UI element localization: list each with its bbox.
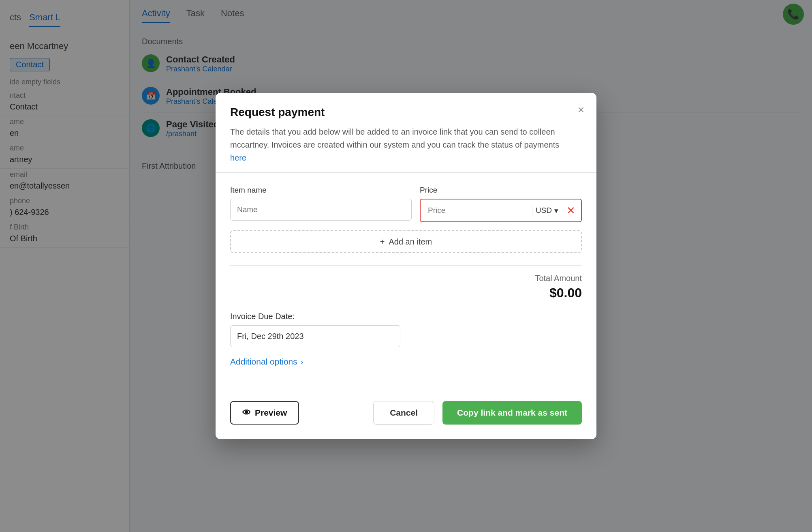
modal-header: Request payment The details that you add… xyxy=(216,93,596,173)
copy-link-button[interactable]: Copy link and mark as sent xyxy=(442,401,582,425)
additional-options-link[interactable]: Additional options › xyxy=(230,357,582,367)
price-label: Price xyxy=(420,186,582,195)
due-date-input[interactable] xyxy=(230,325,400,347)
total-section: Total Amount $0.00 xyxy=(230,265,582,312)
modal-desc-text: The details that you add below will be a… xyxy=(230,127,559,149)
price-input-group: USD ▾ xyxy=(425,202,562,219)
total-amount-value: $0.00 xyxy=(549,285,582,300)
close-button[interactable]: × xyxy=(578,104,584,116)
eye-icon: 👁 xyxy=(242,408,251,418)
modal-title: Request payment xyxy=(230,106,582,119)
currency-selector[interactable]: USD ▾ xyxy=(532,206,562,215)
due-date-section: Invoice Due Date: xyxy=(230,312,582,347)
here-link[interactable]: here xyxy=(230,153,246,162)
price-input[interactable] xyxy=(425,206,532,215)
cancel-button[interactable]: Cancel xyxy=(373,401,434,425)
additional-options-label: Additional options xyxy=(230,357,297,367)
due-date-label: Invoice Due Date: xyxy=(230,312,582,321)
add-item-icon: + xyxy=(380,237,385,247)
item-row: Item name Price USD ▾ ✕ xyxy=(230,186,582,222)
modal-body: Item name Price USD ▾ ✕ xyxy=(216,173,596,391)
chevron-right-icon: › xyxy=(301,357,303,367)
modal-overlay: Request payment The details that you add… xyxy=(0,0,812,532)
currency-label: USD xyxy=(536,206,552,215)
total-amount-label: Total Amount xyxy=(535,274,582,283)
item-name-input[interactable] xyxy=(230,199,412,221)
add-item-label: Add an item xyxy=(389,237,432,247)
modal-footer: 👁 Preview Cancel Copy link and mark as s… xyxy=(216,391,596,439)
price-column: Price USD ▾ ✕ xyxy=(420,186,582,222)
currency-chevron-icon: ▾ xyxy=(554,206,558,215)
item-name-column: Item name xyxy=(230,186,412,221)
price-wrapper: USD ▾ ✕ xyxy=(420,199,582,222)
preview-label: Preview xyxy=(255,408,287,418)
preview-button[interactable]: 👁 Preview xyxy=(230,401,299,425)
add-item-button[interactable]: + Add an item xyxy=(230,230,582,253)
delete-price-button[interactable]: ✕ xyxy=(565,204,577,217)
modal-description: The details that you add below will be a… xyxy=(230,125,582,164)
request-payment-modal: Request payment The details that you add… xyxy=(216,93,596,439)
item-name-label: Item name xyxy=(230,186,412,195)
